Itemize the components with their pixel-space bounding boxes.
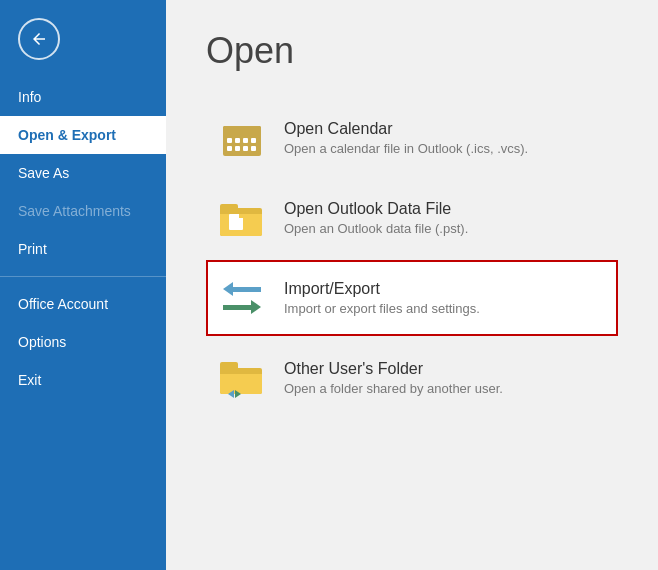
open-calendar-title: Open Calendar — [284, 120, 528, 138]
option-open-outlook-data[interactable]: Open Outlook Data File Open an Outlook d… — [206, 180, 618, 256]
sidebar-nav: Info Open & Export Save As Save Attachme… — [0, 78, 166, 570]
back-button[interactable] — [18, 18, 60, 60]
main-content: Open Open Calendar Open a calendar file … — [166, 0, 658, 570]
sidebar-item-print[interactable]: Print — [0, 230, 166, 268]
open-calendar-desc: Open a calendar file in Outlook (.ics, .… — [284, 141, 528, 156]
other-users-folder-desc: Open a folder shared by another user. — [284, 381, 503, 396]
import-export-desc: Import or export files and settings. — [284, 301, 480, 316]
folder-doc-icon — [218, 194, 266, 242]
sidebar: Info Open & Export Save As Save Attachme… — [0, 0, 166, 570]
folder-share-icon — [218, 354, 266, 402]
option-other-users-folder[interactable]: Other User's Folder Open a folder shared… — [206, 340, 618, 416]
option-list: Open Calendar Open a calendar file in Ou… — [206, 100, 618, 416]
open-outlook-data-title: Open Outlook Data File — [284, 200, 468, 218]
back-arrow-icon — [30, 30, 48, 48]
sidebar-divider — [0, 276, 166, 277]
sidebar-item-info[interactable]: Info — [0, 78, 166, 116]
sidebar-item-save-as[interactable]: Save As — [0, 154, 166, 192]
sidebar-item-exit[interactable]: Exit — [0, 361, 166, 399]
sidebar-item-office-account[interactable]: Office Account — [0, 285, 166, 323]
calendar-icon — [218, 114, 266, 162]
other-users-folder-title: Other User's Folder — [284, 360, 503, 378]
open-outlook-data-desc: Open an Outlook data file (.pst). — [284, 221, 468, 236]
sidebar-item-save-attachments: Save Attachments — [0, 192, 166, 230]
import-export-icon — [218, 274, 266, 322]
option-open-calendar[interactable]: Open Calendar Open a calendar file in Ou… — [206, 100, 618, 176]
page-title: Open — [206, 30, 618, 72]
sidebar-item-options[interactable]: Options — [0, 323, 166, 361]
option-import-export[interactable]: Import/Export Import or export files and… — [206, 260, 618, 336]
sidebar-item-open-export[interactable]: Open & Export — [0, 116, 166, 154]
import-export-title: Import/Export — [284, 280, 480, 298]
